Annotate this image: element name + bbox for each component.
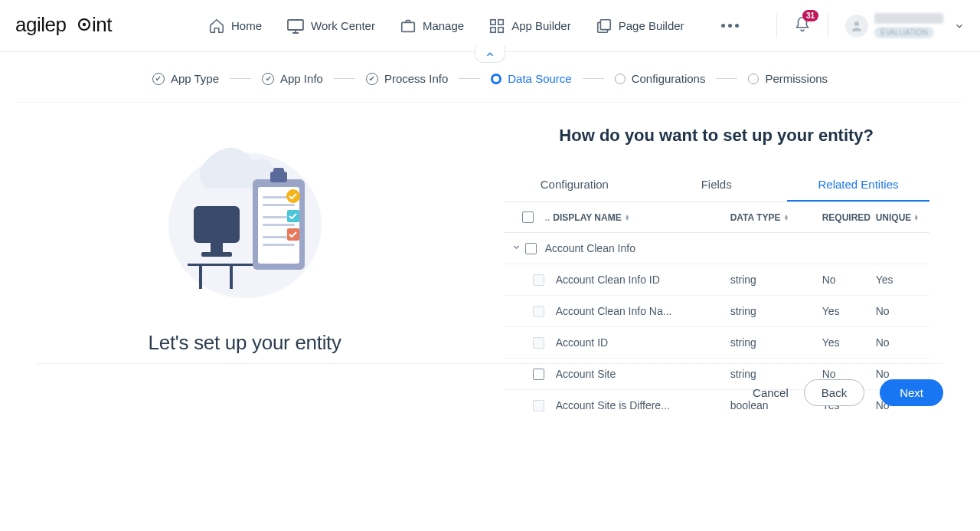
svg-rect-9 <box>498 27 503 31</box>
tab-fields[interactable]: Fields <box>645 169 787 202</box>
table-row: Account Clean Info Na... string Yes No <box>504 296 929 327</box>
next-button[interactable]: Next <box>880 379 943 406</box>
svg-rect-10 <box>600 19 610 29</box>
brand-logo: agilep int <box>15 15 147 38</box>
cell-name: Account Clean Info ID <box>556 274 730 286</box>
left-title: Let's set up your entity <box>149 331 341 355</box>
cell-unique: Yes <box>876 274 922 286</box>
top-bar: agilep int Home Work Center Manage App B… <box>0 0 980 52</box>
cell-type: string <box>730 336 822 349</box>
sort-icon: ▲▼ <box>625 215 630 221</box>
svg-rect-6 <box>491 19 495 24</box>
collapse-header-button[interactable] <box>475 46 505 63</box>
tab-configuration[interactable]: Configuration <box>504 169 645 202</box>
step-label: Process Info <box>384 72 448 85</box>
step-permissions[interactable]: Permissions <box>748 72 828 85</box>
cancel-button[interactable]: Cancel <box>753 386 789 399</box>
step-app-type[interactable]: App Type <box>152 72 219 85</box>
chevron-up-icon <box>485 49 495 60</box>
cell-name: Account Clean Info Na... <box>556 305 730 317</box>
step-label: Permissions <box>765 72 828 85</box>
user-text: EVALUATION <box>874 13 943 38</box>
user-tag: EVALUATION <box>874 27 934 38</box>
divider <box>776 14 777 38</box>
nav-page-builder-label: Page Builder <box>619 19 684 32</box>
step-label: App Info <box>280 72 323 85</box>
main-panel: App Type App Info Process Info Data Sour… <box>0 52 980 417</box>
notification-badge: 31 <box>802 10 818 21</box>
group-row: Account Clean Info <box>504 233 929 264</box>
svg-rect-27 <box>263 236 287 238</box>
svg-text:agilep: agilep <box>15 15 66 36</box>
step-configurations[interactable]: Configurations <box>615 72 706 85</box>
avatar <box>845 15 868 38</box>
cell-unique: No <box>876 336 922 349</box>
nav-page-builder[interactable]: Page Builder <box>596 18 684 34</box>
col-required[interactable]: REQUIRED <box>822 212 876 223</box>
right-title: How do you want to set up your entity? <box>559 126 874 146</box>
check-circle-icon <box>262 73 274 85</box>
svg-rect-17 <box>211 243 223 252</box>
nav-more-button[interactable] <box>715 18 745 34</box>
col-data-type[interactable]: DATA TYPE ▲▼ <box>730 212 822 223</box>
nav-app-builder-label: App Builder <box>511 19 571 32</box>
row-checkbox <box>533 306 544 317</box>
svg-rect-8 <box>491 27 495 31</box>
cell-unique: No <box>876 305 922 317</box>
svg-rect-7 <box>498 19 503 24</box>
step-label: Configurations <box>632 72 706 85</box>
select-all-checkbox[interactable] <box>511 211 545 223</box>
group-checkbox[interactable] <box>525 243 545 254</box>
table-row: Account Clean Info ID string No Yes <box>504 264 929 296</box>
col-unique[interactable]: UNIQUE ▲▼ <box>876 212 922 223</box>
row-checkbox <box>533 337 544 349</box>
nav-manage-label: Manage <box>423 19 464 32</box>
connector <box>230 78 251 79</box>
briefcase-icon <box>400 18 416 34</box>
active-ring-icon <box>491 74 501 84</box>
main-nav: Home Work Center Manage App Builder Page… <box>208 18 745 34</box>
divider <box>828 14 828 38</box>
notifications-button[interactable]: 31 <box>794 16 811 36</box>
check-circle-icon <box>152 73 165 85</box>
tab-related-entities[interactable]: Related Entities <box>787 169 929 202</box>
entity-illustration <box>157 133 333 302</box>
step-label: App Type <box>171 72 219 85</box>
svg-rect-14 <box>199 266 202 289</box>
step-label: Data Source <box>508 72 571 85</box>
check-circle-icon <box>366 73 378 85</box>
nav-home-label: Home <box>231 19 262 32</box>
step-data-source[interactable]: Data Source <box>491 72 571 85</box>
nav-app-builder[interactable]: App Builder <box>488 18 571 34</box>
nav-home[interactable]: Home <box>208 18 262 34</box>
nav-manage[interactable]: Manage <box>400 18 464 34</box>
connector <box>334 78 355 79</box>
svg-rect-26 <box>263 224 295 226</box>
sort-icon: ▲▼ <box>913 215 919 221</box>
step-app-info[interactable]: App Info <box>262 72 323 85</box>
wizard-footer: Cancel Back Next <box>37 363 943 406</box>
cell-required: No <box>822 274 876 286</box>
home-icon <box>208 18 225 34</box>
todo-ring-icon <box>615 74 626 84</box>
expand-toggle[interactable] <box>511 242 525 254</box>
chevron-down-icon <box>511 242 521 252</box>
col-display-name[interactable]: .. DISPLAY NAME ▲▼ <box>545 212 730 223</box>
svg-rect-15 <box>230 266 233 289</box>
row-checkbox <box>533 274 544 286</box>
page-icon <box>596 18 612 34</box>
svg-point-2 <box>83 22 86 25</box>
nav-work-center-label: Work Center <box>311 19 375 32</box>
svg-rect-28 <box>263 244 295 246</box>
topbar-right: 31 EVALUATION <box>776 13 965 38</box>
cell-type: string <box>730 305 822 317</box>
nav-work-center[interactable]: Work Center <box>286 18 375 34</box>
connector <box>583 78 604 79</box>
svg-rect-5 <box>402 22 415 31</box>
step-process-info[interactable]: Process Info <box>366 72 448 85</box>
user-menu[interactable]: EVALUATION <box>845 13 965 38</box>
user-name <box>874 13 943 24</box>
svg-rect-4 <box>288 20 303 30</box>
connector <box>716 78 737 79</box>
back-button[interactable]: Back <box>804 379 864 406</box>
